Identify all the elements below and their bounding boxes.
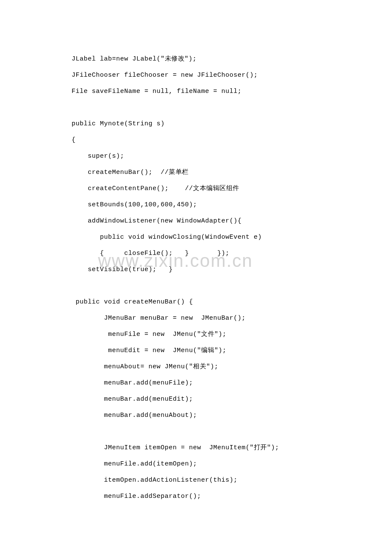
code-block: JLabel lab=new JLabel("未修改"); JFileChoos…	[72, 51, 392, 505]
document-page: JLabel lab=new JLabel("未修改"); JFileChoos…	[0, 0, 392, 555]
